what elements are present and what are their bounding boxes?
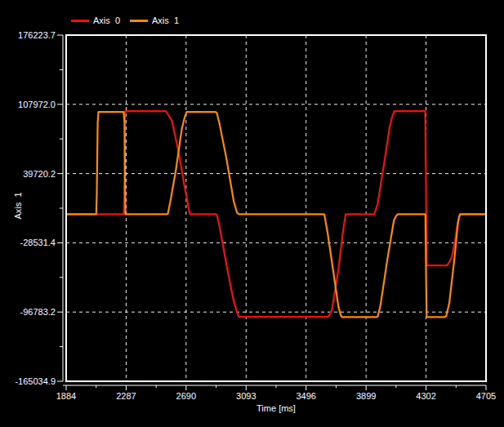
y-tick-label: -165034.9 — [15, 376, 56, 386]
y-tick-label: 39720.2 — [23, 169, 56, 179]
series-line-axis-1 — [66, 112, 486, 317]
x-axis-title: Time [ms] — [256, 403, 296, 413]
x-tick-label: 2690 — [176, 391, 196, 401]
x-tick-label: 3496 — [296, 391, 315, 401]
x-tick-label: 1884 — [56, 391, 76, 401]
x-tick-label: 4705 — [476, 391, 496, 401]
y-tick-label: -28531.4 — [20, 238, 56, 247]
plot-border — [66, 35, 486, 381]
x-tick-label: 2287 — [116, 391, 136, 401]
chart: Axis 0 Axis 1 Axis 1 176223.7107972.0397… — [0, 0, 504, 427]
y-tick-label: 107972.0 — [18, 100, 56, 109]
x-tick-label: 3899 — [356, 391, 376, 401]
x-tick-label: 3093 — [236, 391, 256, 401]
y-tick-label: -96783.2 — [20, 307, 56, 317]
plot-area: 176223.7107972.039720.2-28531.4-96783.2-… — [0, 0, 504, 427]
x-tick-label: 4302 — [416, 391, 435, 401]
y-tick-label: 176223.7 — [18, 30, 56, 40]
